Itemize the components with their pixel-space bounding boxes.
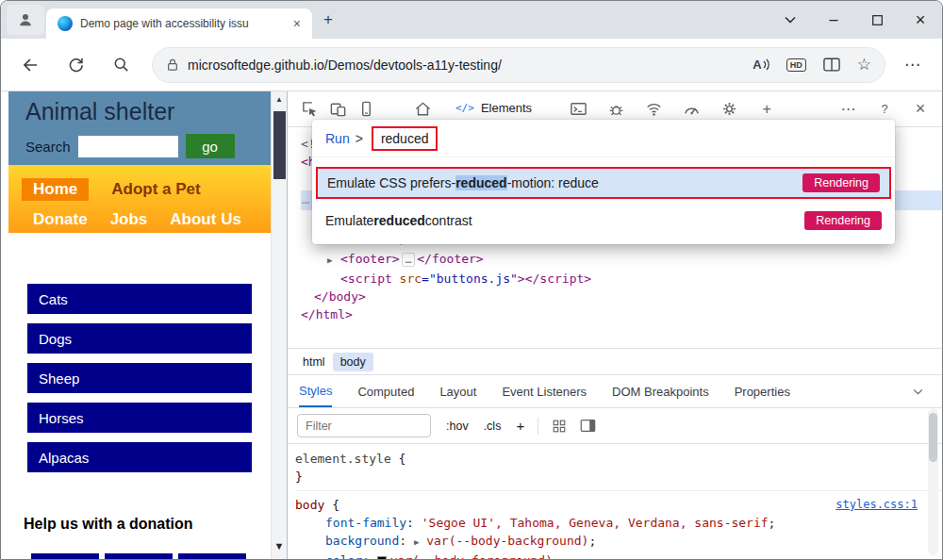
home-icon[interactable] [408,95,437,124]
tab-computed[interactable]: Computed [357,375,414,407]
search-input[interactable] [78,136,178,157]
browser-toolbar: microsoftedge.github.io/Demos/devtools-a… [1,39,942,91]
link-horses[interactable]: Horses [27,403,252,433]
breadcrumb-body[interactable]: body [333,353,373,371]
tab-search-chevron-icon[interactable] [769,1,812,39]
donate-200-button[interactable]: 200 [178,553,246,559]
dom-footer[interactable]: ▶<footer>…</footer> [301,250,942,270]
nav-adopt-link[interactable]: Adopt a Pet [111,180,200,199]
tab-dom-breakpoints[interactable]: DOM Breakpoints [612,375,709,407]
donation-buttons: 50 100 200 [31,553,271,559]
toggle-hover-state[interactable]: :hov [446,420,469,433]
donate-50-button[interactable]: 50 [31,553,99,559]
link-sheep[interactable]: Sheep [27,363,252,393]
search-icon[interactable] [105,49,137,81]
help-icon[interactable]: ? [870,95,899,124]
nav-about-link[interactable]: About Us [170,210,241,229]
maximize-button[interactable] [855,1,899,39]
elements-tab-label: Elements [481,101,532,115]
favorites-star-icon[interactable]: ☆ [857,55,871,74]
styles-filter-input[interactable] [297,414,431,437]
css-prop-font-family[interactable]: font-family: 'Segoe UI', Tahoma, Geneva,… [295,514,942,532]
command-result-reduced-motion[interactable]: Emulate CSS prefers-reduced-motion: redu… [316,167,891,199]
page-header: Animal shelter Search go [8,91,271,165]
nav-jobs-link[interactable]: Jobs [110,210,148,229]
stylesheet-link[interactable]: styles.css:1 [835,496,918,514]
scrollbar-thumb[interactable] [273,111,286,179]
expand-icon: ▶ [327,252,340,270]
command-result-reduced-contrast[interactable]: Emulate reduced contrast Rendering [316,205,891,237]
phone-icon[interactable] [352,95,380,124]
toggle-element-classes[interactable]: .cls [484,420,502,433]
nav-home-link[interactable]: Home [22,178,89,201]
inspect-icon[interactable] [295,95,323,124]
result-match: reduced [373,213,424,228]
styles-scrollbar-thumb[interactable] [929,413,937,462]
person-icon [17,11,34,28]
tab-styles[interactable]: Styles [299,375,332,407]
command-input-row[interactable]: Run > reduced [312,120,895,157]
devtools-more-icon[interactable]: ⋯ [835,95,863,124]
color-swatch[interactable] [377,556,387,559]
search-row: Search go [25,134,271,158]
link-cats[interactable]: Cats [27,284,252,314]
close-tab-icon[interactable]: × [290,16,305,31]
breadcrumb-html[interactable]: html [295,353,333,371]
styles-pane: element.style { } body { styles.css:1 fo… [288,444,942,559]
tab-layout[interactable]: Layout [439,375,476,407]
tab-event-listeners[interactable]: Event Listeners [502,375,587,407]
console-icon[interactable] [564,95,592,124]
result-match: reduced [455,175,506,190]
page-scrollbar[interactable]: ▲ ▼ [271,91,287,559]
refresh-icon[interactable] [59,49,91,81]
dom-body-close[interactable]: </body> [301,288,942,305]
dom-script[interactable]: <script src="buttons.js"></script> [301,270,942,288]
css-prop-background[interactable]: background: ▶ var(--body-background); [295,532,942,552]
scroll-up-icon[interactable]: ▲ [272,91,287,107]
performance-gauge-icon[interactable] [677,95,705,124]
split-screen-icon[interactable] [823,58,840,72]
minimize-button[interactable]: – [812,1,855,39]
devtools-tool-icons: + [564,95,790,124]
content-area: Animal shelter Search go Home Adopt a Pe… [1,91,942,559]
settings-gear-icon[interactable] [715,95,743,124]
issues-bug-icon[interactable] [602,95,630,124]
command-chevron: > [356,131,363,146]
scroll-down-icon[interactable]: ▼ [272,540,287,552]
nav-row-1: Home Adopt a Pet [33,178,271,201]
body-rule: body { styles.css:1 font-family: 'Segoe … [295,496,942,559]
link-dogs[interactable]: Dogs [27,323,252,354]
hd-icon[interactable]: HD [786,58,806,72]
new-style-rule-icon[interactable]: + [516,418,524,434]
new-tab-button[interactable]: + [323,10,333,29]
back-icon[interactable] [14,49,46,81]
toggle-sidebar-icon[interactable] [580,419,596,433]
close-window-button[interactable]: × [899,1,942,39]
go-button[interactable]: go [186,134,235,158]
css-prop-color[interactable]: color: var(--body-foreground); [295,552,942,559]
read-aloud-icon[interactable]: A [753,58,769,72]
command-query-highlighted[interactable]: reduced [372,126,438,151]
nav-donate-link[interactable]: Donate [33,210,88,229]
chevron-down-icon[interactable] [913,388,923,395]
element-style-rule[interactable]: element.style { [295,450,942,468]
result-text: Emulate CSS prefers- [327,175,455,190]
lock-icon [166,58,179,72]
link-alpacas[interactable]: Alpacas [27,442,252,472]
donate-100-button[interactable]: 100 [105,553,173,559]
add-tools-icon[interactable]: + [753,95,781,124]
close-devtools-icon[interactable]: × [906,95,935,124]
browser-tab[interactable]: Demo page with accessibility issu × [46,8,312,39]
network-wifi-icon[interactable] [639,95,668,124]
tab-properties[interactable]: Properties [735,375,790,407]
devtools-panel: </> Elements [287,91,942,559]
device-toolbar-icon[interactable] [323,95,352,124]
address-bar[interactable]: microsoftedge.github.io/Demos/devtools-a… [152,47,885,83]
swatches-grid-icon[interactable] [552,419,567,434]
nav-row-2: Donate Jobs About Us [33,210,271,229]
settings-more-icon[interactable]: ⋯ [897,49,929,81]
url-text[interactable]: microsoftedge.github.io/Demos/devtools-a… [188,58,502,73]
profile-button[interactable] [7,5,44,35]
styles-scrollbar[interactable] [928,408,938,555]
dom-html-close[interactable]: </html> [301,305,942,323]
